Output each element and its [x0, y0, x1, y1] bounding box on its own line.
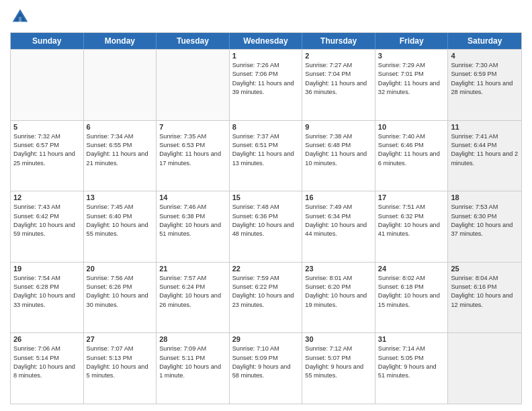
day-number: 14: [159, 193, 226, 201]
cell-info-line: Sunrise: 7:48 AM: [232, 203, 279, 210]
cal-cell-empty: [84, 50, 157, 120]
cal-cell-12: 12Sunrise: 7:43 AMSunset: 6:42 PMDayligh…: [11, 191, 84, 262]
cell-info-line: Sunset: 5:07 PM: [305, 355, 351, 361]
day-header-friday: Friday: [375, 33, 449, 49]
cell-info-line: Sunrise: 7:41 AM: [451, 133, 498, 140]
cell-info: Sunrise: 7:59 AMSunset: 6:22 PMDaylight:…: [232, 274, 300, 310]
cell-info-line: Sunrise: 7:10 AM: [232, 345, 279, 352]
cal-cell-7: 7Sunrise: 7:35 AMSunset: 6:53 PMDaylight…: [157, 121, 230, 191]
cell-info-line: Daylight: 11 hours and 32 minutes.: [378, 80, 440, 95]
calendar-header-row: SundayMondayTuesdayWednesdayThursdayFrid…: [11, 33, 521, 49]
day-number: 23: [305, 265, 372, 273]
cell-info-line: Sunset: 6:24 PM: [159, 283, 205, 290]
cell-info-line: Sunset: 6:42 PM: [13, 213, 59, 220]
cell-info: Sunrise: 7:30 AMSunset: 6:59 PMDaylight:…: [451, 61, 519, 97]
cal-cell-24: 24Sunrise: 8:02 AMSunset: 6:18 PMDayligh…: [375, 263, 449, 333]
day-number: 11: [451, 123, 519, 131]
day-number: 20: [87, 265, 154, 273]
cell-info-line: Daylight: 10 hours and 1 minute.: [159, 363, 221, 379]
cell-info-line: Sunrise: 7:51 AM: [378, 203, 425, 210]
cell-info-line: Sunset: 6:20 PM: [305, 283, 351, 290]
cell-info-line: Sunrise: 7:38 AM: [305, 133, 352, 140]
cell-info-line: Daylight: 9 hours and 58 minutes.: [232, 363, 291, 379]
cell-info: Sunrise: 7:43 AMSunset: 6:42 PMDaylight:…: [13, 203, 81, 238]
cell-info-line: Sunset: 6:18 PM: [378, 283, 424, 290]
cell-info-line: Sunrise: 7:40 AM: [378, 133, 425, 140]
week-row-5: 26Sunrise: 7:06 AMSunset: 5:14 PMDayligh…: [11, 332, 521, 404]
cell-info-line: Daylight: 11 hours and 2 minutes.: [451, 150, 518, 166]
cell-info-line: Sunrise: 7:43 AM: [13, 203, 60, 210]
cell-info-line: Sunset: 7:01 PM: [378, 71, 424, 77]
day-number: 30: [305, 335, 372, 343]
cell-info-line: Sunrise: 7:09 AM: [159, 345, 206, 352]
day-number: 28: [159, 335, 226, 343]
cell-info: Sunrise: 7:07 AMSunset: 5:13 PMDaylight:…: [87, 345, 154, 380]
cell-info: Sunrise: 7:48 AMSunset: 6:36 PMDaylight:…: [232, 203, 300, 238]
cell-info-line: Sunset: 5:09 PM: [232, 355, 278, 361]
cal-cell-5: 5Sunrise: 7:32 AMSunset: 6:57 PMDaylight…: [11, 121, 84, 191]
cell-info-line: Daylight: 10 hours and 33 minutes.: [13, 292, 75, 308]
cell-info-line: Sunrise: 7:27 AM: [305, 62, 352, 68]
day-header-monday: Monday: [84, 33, 157, 49]
cell-info: Sunrise: 7:06 AMSunset: 5:14 PMDaylight:…: [13, 345, 81, 380]
day-number: 21: [159, 265, 226, 273]
cell-info-line: Sunset: 6:32 PM: [378, 213, 424, 220]
cell-info-line: Daylight: 9 hours and 55 minutes.: [305, 363, 363, 379]
cal-cell-13: 13Sunrise: 7:45 AMSunset: 6:40 PMDayligh…: [84, 191, 157, 262]
day-number: 19: [13, 265, 81, 273]
cell-info-line: Sunrise: 7:26 AM: [232, 62, 279, 68]
day-number: 31: [378, 335, 445, 343]
cal-cell-29: 29Sunrise: 7:10 AMSunset: 5:09 PMDayligh…: [230, 333, 303, 404]
cell-info-line: Daylight: 10 hours and 5 minutes.: [87, 363, 148, 379]
logo: [10, 7, 33, 27]
day-number: 17: [378, 193, 445, 201]
cell-info-line: Sunset: 5:13 PM: [87, 355, 132, 361]
cal-cell-20: 20Sunrise: 7:56 AMSunset: 6:26 PMDayligh…: [84, 263, 157, 333]
cell-info-line: Sunset: 5:05 PM: [378, 355, 424, 361]
day-header-sunday: Sunday: [11, 33, 84, 49]
cal-cell-8: 8Sunrise: 7:37 AMSunset: 6:51 PMDaylight…: [230, 121, 303, 191]
cell-info-line: Sunset: 6:22 PM: [232, 283, 278, 290]
day-number: 10: [378, 123, 445, 131]
cell-info-line: Daylight: 11 hours and 17 minutes.: [159, 150, 221, 166]
cell-info: Sunrise: 7:57 AMSunset: 6:24 PMDaylight:…: [159, 274, 226, 310]
cell-info-line: Daylight: 10 hours and 26 minutes.: [159, 292, 221, 308]
cal-cell-18: 18Sunrise: 7:53 AMSunset: 6:30 PMDayligh…: [448, 191, 521, 262]
calendar-body: 1Sunrise: 7:26 AMSunset: 7:06 PMDaylight…: [11, 49, 521, 404]
day-header-thursday: Thursday: [302, 33, 375, 49]
cell-info-line: Daylight: 11 hours and 13 minutes.: [232, 150, 294, 166]
cell-info-line: Daylight: 11 hours and 25 minutes.: [13, 150, 75, 166]
day-number: 29: [232, 335, 300, 343]
cal-cell-11: 11Sunrise: 7:41 AMSunset: 6:44 PMDayligh…: [448, 121, 521, 191]
page: SundayMondayTuesdayWednesdayThursdayFrid…: [0, 0, 532, 411]
cell-info-line: Sunrise: 7:49 AM: [305, 203, 352, 210]
cell-info-line: Sunset: 5:11 PM: [159, 355, 205, 361]
day-number: 2: [305, 52, 372, 60]
cal-cell-28: 28Sunrise: 7:09 AMSunset: 5:11 PMDayligh…: [157, 333, 230, 404]
cell-info-line: Daylight: 11 hours and 39 minutes.: [232, 80, 294, 95]
day-number: 25: [451, 265, 519, 273]
day-number: 15: [232, 193, 300, 201]
cell-info-line: Daylight: 10 hours and 19 minutes.: [305, 292, 367, 308]
cell-info-line: Sunset: 6:38 PM: [159, 213, 205, 220]
cell-info-line: Daylight: 11 hours and 21 minutes.: [87, 150, 148, 166]
cell-info: Sunrise: 7:40 AMSunset: 6:46 PMDaylight:…: [378, 132, 445, 168]
cell-info: Sunrise: 7:27 AMSunset: 7:04 PMDaylight:…: [305, 61, 372, 97]
cell-info-line: Sunset: 6:26 PM: [87, 283, 132, 290]
cal-cell-9: 9Sunrise: 7:38 AMSunset: 6:48 PMDaylight…: [302, 121, 375, 191]
svg-rect-2: [19, 17, 22, 22]
cal-cell-25: 25Sunrise: 8:04 AMSunset: 6:16 PMDayligh…: [448, 263, 521, 333]
cell-info-line: Daylight: 11 hours and 28 minutes.: [451, 80, 513, 95]
cell-info-line: Sunrise: 7:59 AM: [232, 275, 279, 281]
cal-cell-6: 6Sunrise: 7:34 AMSunset: 6:55 PMDaylight…: [84, 121, 157, 191]
cell-info-line: Sunset: 5:14 PM: [13, 355, 59, 361]
cell-info: Sunrise: 7:56 AMSunset: 6:26 PMDaylight:…: [87, 274, 154, 310]
cell-info: Sunrise: 7:34 AMSunset: 6:55 PMDaylight:…: [87, 132, 154, 168]
day-number: 27: [87, 335, 154, 343]
cell-info-line: Sunrise: 7:06 AM: [13, 345, 60, 352]
header: [10, 7, 522, 27]
cell-info-line: Sunrise: 8:02 AM: [378, 275, 425, 281]
cell-info: Sunrise: 7:53 AMSunset: 6:30 PMDaylight:…: [451, 203, 519, 238]
cell-info-line: Daylight: 10 hours and 48 minutes.: [232, 222, 294, 237]
day-number: 12: [13, 193, 81, 201]
